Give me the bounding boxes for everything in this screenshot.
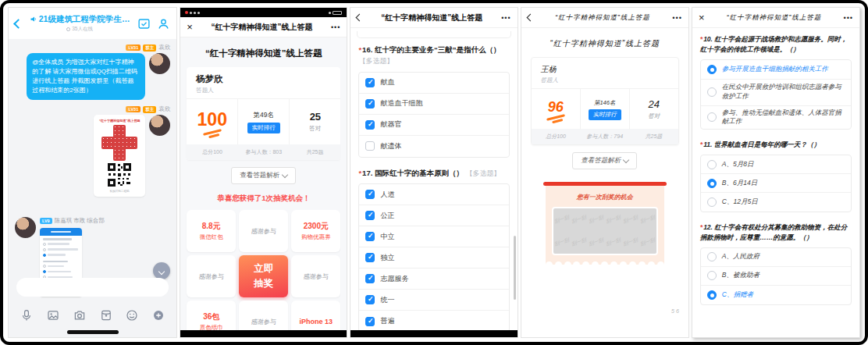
more-menu-icon[interactable]: ••• [844,14,853,22]
qr-share-card[interactable]: “红十字精神得知道”线上答题 [94,115,145,197]
chat-bubble[interactable]: @全体成员 为增强大家对红十字精神的了解 请大家用微信或QQ扫描二维码 进行线上… [27,53,145,100]
radio-unselected-icon[interactable] [707,197,717,207]
avatar[interactable] [149,115,170,136]
checkbox-option[interactable]: 中立 [359,226,508,247]
radio-option[interactable]: A、5月8日 [701,155,851,174]
answerer-name: 杨梦欣 [196,73,331,85]
checkbox-checked-icon[interactable] [365,295,375,304]
recording-dot-icon [185,11,188,14]
radio-option[interactable]: 参与、推动无偿献血和遗体、人体器官捐献工作 [701,106,851,130]
avatar[interactable] [15,217,36,238]
page-nav-title: “红十字精神得知道”线上答题 [533,13,673,23]
radio-unselected-icon[interactable] [707,271,717,280]
checkbox-option[interactable]: 献遗体 [359,136,508,157]
option-label: 普遍 [380,316,394,326]
more-menu-icon[interactable]: ••• [331,23,340,31]
close-icon[interactable]: × [187,22,193,32]
checkbox-option[interactable]: 统一 [359,290,508,311]
plus-icon[interactable] [152,309,165,322]
option-list: 献血 献造血干细胞 献器官 献遗体 [358,72,509,158]
option-label: 献血 [380,77,394,87]
screenshot-frame: 21级建筑工程学院学生… 35人在线 LV31 群主 袁欣 @全体成员 为增强大… [0,0,868,345]
contacts-icon[interactable] [157,17,170,30]
page-nav-title: “红十字精神得知道”线上答题 [362,12,501,23]
checkbox-checked-icon[interactable] [365,232,375,241]
emoji-icon[interactable] [126,309,138,322]
online-count-text: 35人在线 [72,26,93,33]
avatar[interactable] [149,53,170,74]
image-icon[interactable] [47,309,59,322]
checkbox-checked-icon[interactable] [365,120,375,130]
level-badge: LV31 [126,44,141,51]
option-label: 人道 [380,190,394,200]
page-nav-title: “红十字精神得知道”线上答题 [704,13,843,23]
radio-unselected-icon[interactable] [707,160,717,169]
close-icon[interactable]: × [699,12,705,23]
chat-title[interactable]: 21级建筑工程学院学生… [22,14,137,25]
scratch-area[interactable]: 刮一刮刮一刮刮一刮 刮一刮刮一刮刮一刮 刮一刮刮一刮刮一刮 刮一刮刮一刮刮一刮 [552,207,658,255]
rank-value: 第49名 [254,111,274,120]
radio-option[interactable]: A、人民政府 [701,248,851,267]
radio-unselected-icon[interactable] [707,87,717,97]
view-analysis-button[interactable]: 查看答题解析 [231,167,296,184]
phone-screenshot-quiz-radio-questions: × “红十字精神得知道”线上答题 ••• *10. 红十字会起源于战场救护和志愿… [692,7,860,338]
scalloped-edge [546,261,664,269]
total-score-label: 总分100 [532,129,581,144]
camera-icon[interactable] [73,309,86,322]
radio-unselected-icon[interactable] [707,252,717,261]
lottery-grid: 8.8元微信红包 感谢参与 2300元购物优惠券 感谢参与 立即抽奖 感谢参与 … [187,210,340,338]
checkbox-checked-icon[interactable] [365,99,375,108]
option-label: 公正 [380,211,394,221]
radio-unselected-icon[interactable] [707,112,717,122]
radio-selected-icon[interactable] [707,65,717,74]
checkbox-option[interactable]: 公正 [359,205,508,226]
browser-navbar: “红十字精神得知道”线上答题 ••• [521,8,688,28]
more-menu-icon[interactable]: ••• [501,14,510,22]
answerer-name: 王杨 [541,64,669,75]
calendar-check-icon[interactable] [137,17,151,30]
radio-selected-icon[interactable] [707,290,717,300]
scrollbar[interactable] [514,236,516,300]
checkbox-option[interactable]: 献血 [359,73,508,94]
message-input[interactable] [16,278,169,297]
checkbox-checked-icon[interactable] [365,190,375,199]
checkbox-unchecked-icon[interactable] [365,141,375,151]
radio-selected-icon[interactable] [707,179,717,188]
radio-option[interactable]: C、12月5日 [701,193,851,212]
red-packet-icon[interactable] [100,309,112,322]
checkbox-option[interactable]: 人道 [359,184,508,205]
option-list: A、人民政府 B、被救助者 C、捐赠者 [700,247,852,305]
participants-label: 参与人数：803 [238,144,290,160]
result-card: 杨梦欣 答题人 100 第49名 实时排行 25 答对 [187,67,340,160]
online-dot-icon [66,27,70,31]
draw-now-button[interactable]: 立即抽奖 [239,255,288,297]
previous-card-edge [357,31,510,38]
checkbox-checked-icon[interactable] [365,78,375,87]
microphone-icon[interactable] [20,309,33,322]
live-ranking-button[interactable]: 实时排行 [589,109,621,120]
radio-option[interactable]: C、捐赠者 [701,286,851,304]
radio-option[interactable]: B、6月14日 [701,174,851,193]
checkbox-option[interactable]: 志愿服务 [359,269,508,290]
more-menu-icon[interactable]: ••• [672,14,681,22]
checkbox-option[interactable]: 普遍 [359,311,508,332]
scratch-card[interactable]: 您有一次刮奖的机会 刮一刮刮一刮刮一刮 刮一刮刮一刮刮一刮 刮一刮刮一刮刮一刮 … [546,182,664,265]
radio-option[interactable]: 在民众中开展救护培训和组织志愿者参与救护工作 [701,80,851,106]
checkbox-option[interactable]: 献器官 [359,115,508,136]
checkbox-checked-icon[interactable] [365,317,375,326]
radio-option[interactable]: 参与开展造血干细胞捐献的相关工作 [701,60,851,80]
checkbox-option[interactable]: 献造血干细胞 [359,94,508,115]
online-count: 35人在线 [22,26,137,33]
radio-option[interactable]: B、被救助者 [701,267,851,286]
option-label: 中立 [380,232,394,242]
score-underline-swoosh [546,114,565,121]
battery-icon [333,11,342,15]
prize-cell: 8.8元微信红包 [187,210,236,252]
view-analysis-button[interactable]: 查看答题解析 [572,152,637,169]
checkbox-checked-icon[interactable] [365,253,375,262]
bottom-bezel [350,330,517,337]
live-ranking-button[interactable]: 实时排行 [247,123,280,133]
checkbox-option[interactable]: 独立 [359,247,508,269]
checkbox-checked-icon[interactable] [365,274,375,283]
checkbox-checked-icon[interactable] [365,211,375,220]
